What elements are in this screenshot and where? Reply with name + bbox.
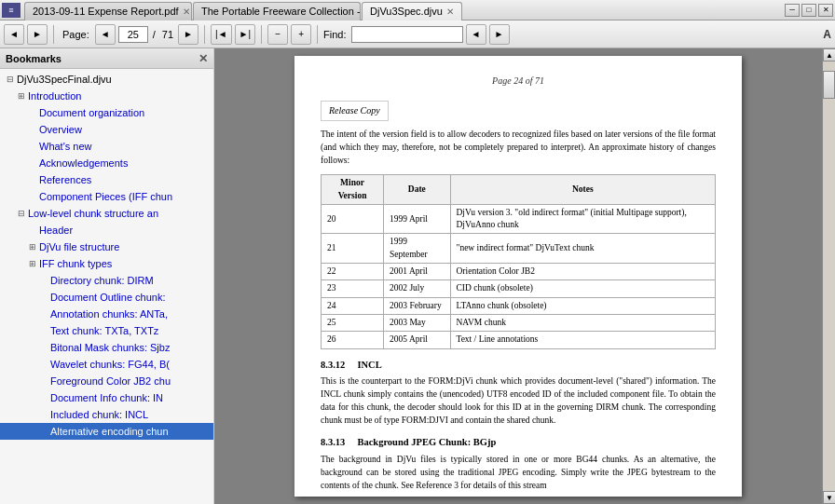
section-8312-heading: 8.3.12 INCL	[321, 359, 716, 373]
tree-expand-8[interactable]: ⊟	[15, 209, 28, 218]
close-button[interactable]: ✕	[818, 4, 833, 17]
nav-next-button[interactable]: ►	[178, 24, 198, 45]
table-cell: 2001 April	[384, 264, 450, 280]
tree-item-0[interactable]: ⊟DjVu3SpecFinal.djvu	[0, 71, 213, 88]
tree-label-7: Component Pieces (IFF chun	[39, 191, 172, 202]
section-8312-title: INCL	[357, 360, 381, 370]
scroll-thumb[interactable]	[823, 71, 835, 99]
separator-1	[53, 25, 54, 44]
nav-first-button[interactable]: |◄	[211, 24, 232, 45]
sidebar: Bookmarks ✕ ⊟DjVu3SpecFinal.djvu⊞Introdu…	[0, 48, 214, 504]
minimize-button[interactable]: ─	[785, 4, 800, 17]
tree-label-10: DjVu file structure	[39, 241, 119, 252]
vertical-scrollbar[interactable]: ▲ ▼	[822, 48, 835, 504]
section-8313-body: The background in DjVu files is typicall…	[321, 454, 716, 492]
text-select-icon[interactable]: A	[823, 28, 831, 41]
tree-label-12: Directory chunk: DIRM	[50, 275, 154, 286]
scroll-down-button[interactable]: ▼	[823, 491, 835, 504]
app-menu[interactable]: ≡	[2, 3, 21, 18]
separator-3	[261, 25, 262, 44]
zoom-in-button[interactable]: +	[291, 24, 311, 45]
table-row: 232002 JulyCID chunk (obsolete)	[322, 280, 716, 297]
tree-expand-11[interactable]: ⊞	[26, 259, 39, 268]
tree-label-20: Included chunk: INCL	[50, 409, 148, 420]
table-cell: 2005 April	[384, 332, 450, 348]
tree-label-8: Low-level chunk structure an	[28, 208, 158, 219]
tree-item-9[interactable]: Header	[0, 222, 213, 238]
tree-item-15[interactable]: Text chunk: TXTa, TXTz	[0, 322, 213, 339]
tab-freeware[interactable]: The Portable Freeware Collection -... ✕	[193, 2, 361, 20]
table-cell: 24	[322, 297, 384, 314]
tree-item-21[interactable]: Alternative encoding chun	[0, 423, 213, 440]
table-cell: 2003 February	[384, 297, 450, 314]
tree-item-13[interactable]: Document Outline chunk:	[0, 289, 213, 306]
table-row: 222001 AprilOrientation Color JB2	[322, 264, 716, 280]
tree-expand-1[interactable]: ⊞	[15, 91, 28, 101]
nav-prev-button[interactable]: ◄	[95, 24, 116, 45]
tree-item-1[interactable]: ⊞Introduction	[0, 88, 213, 104]
page-header: Page 24 of 71	[321, 75, 716, 88]
table-cell: 2003 May	[384, 314, 450, 331]
tree-item-4[interactable]: What's new	[0, 138, 213, 155]
tree-item-6[interactable]: References	[0, 171, 213, 188]
zoom-out-button[interactable]: −	[267, 24, 288, 45]
tree-item-7[interactable]: Component Pieces (IFF chun	[0, 188, 213, 205]
scroll-up-button[interactable]: ▲	[823, 48, 835, 61]
tab-djvu[interactable]: DjVu3Spec.djvu ✕	[362, 2, 462, 20]
restore-button[interactable]: □	[801, 4, 816, 17]
table-cell: LTAnno chunk (obsolete)	[450, 297, 716, 314]
window-controls: ─ □ ✕	[785, 4, 833, 17]
tree-item-18[interactable]: Foreground Color JB2 chu	[0, 373, 213, 389]
page-number-input[interactable]	[118, 26, 148, 43]
sidebar-title: Bookmarks	[6, 53, 62, 64]
tree-item-12[interactable]: Directory chunk: DIRM	[0, 272, 213, 289]
table-cell: DjVu version 3. "old indirect format" (i…	[450, 204, 716, 234]
tab-close-expense[interactable]: ✕	[183, 7, 190, 17]
tree-item-10[interactable]: ⊞DjVu file structure	[0, 238, 213, 255]
tree-item-3[interactable]: Overview	[0, 121, 213, 138]
table-header: Notes	[450, 175, 716, 205]
table-header: Minor Version	[322, 175, 384, 205]
tree-item-20[interactable]: Included chunk: INCL	[0, 406, 213, 423]
find-next-button[interactable]: ►	[489, 24, 510, 45]
sidebar-tree[interactable]: ⊟DjVu3SpecFinal.djvu⊞IntroductionDocumen…	[0, 69, 213, 504]
tab-label-expense: 2013-09-11 Expense Report.pdf	[33, 6, 179, 17]
tree-item-19[interactable]: Document Info chunk: IN	[0, 389, 213, 406]
tree-label-11: IFF chunk types	[39, 258, 112, 269]
tree-item-8[interactable]: ⊟Low-level chunk structure an	[0, 205, 213, 222]
document-area: Page 24 of 71 Release Copy The intent of…	[214, 48, 835, 504]
tree-label-19: Document Info chunk: IN	[50, 392, 163, 403]
tree-label-1: Introduction	[28, 90, 81, 102]
tree-item-14[interactable]: Annotation chunks: ANTa,	[0, 306, 213, 322]
version-table: Minor VersionDateNotes201999 AprilDjVu v…	[321, 174, 716, 348]
tree-label-5: Acknowledgements	[39, 157, 128, 169]
back-button[interactable]: ◄	[4, 24, 24, 45]
page-content: Page 24 of 71 Release Copy The intent of…	[294, 56, 742, 497]
forward-button[interactable]: ►	[27, 24, 48, 45]
find-input[interactable]	[351, 26, 463, 43]
table-cell: 2002 July	[384, 280, 450, 297]
tree-item-5[interactable]: Acknowledgements	[0, 155, 213, 171]
tree-item-2[interactable]: Document organization	[0, 104, 213, 121]
table-cell: "new indirect format" DjVuText chunk	[450, 234, 716, 264]
tab-label-freeware: The Portable Freeware Collection -...	[201, 6, 361, 17]
scroll-track[interactable]	[823, 61, 835, 491]
find-prev-button[interactable]: ◄	[466, 24, 486, 45]
tree-label-9: Header	[39, 225, 73, 236]
tree-item-11[interactable]: ⊞IFF chunk types	[0, 255, 213, 272]
tree-item-16[interactable]: Bitonal Mask chunks: Sjbz	[0, 339, 213, 356]
section-8313-title: Background JPEG Chunk: BGjp	[357, 437, 496, 447]
tab-expense[interactable]: 2013-09-11 Expense Report.pdf ✕	[24, 2, 192, 20]
nav-last-button[interactable]: ►|	[235, 24, 256, 45]
table-cell: 25	[322, 314, 384, 331]
main-area: Bookmarks ✕ ⊟DjVu3SpecFinal.djvu⊞Introdu…	[0, 48, 835, 504]
tree-expand-10[interactable]: ⊞	[26, 242, 39, 252]
tree-label-14: Annotation chunks: ANTa,	[50, 308, 168, 320]
sidebar-close-button[interactable]: ✕	[198, 52, 208, 65]
tab-close-djvu[interactable]: ✕	[446, 7, 454, 17]
tree-label-3: Overview	[39, 124, 82, 135]
document-scroll[interactable]: Page 24 of 71 Release Copy The intent of…	[214, 48, 835, 504]
tree-item-17[interactable]: Wavelet chunks: FG44, B(	[0, 356, 213, 373]
tree-expand-0[interactable]: ⊟	[4, 75, 17, 84]
table-row: 201999 AprilDjVu version 3. "old indirec…	[322, 204, 716, 234]
